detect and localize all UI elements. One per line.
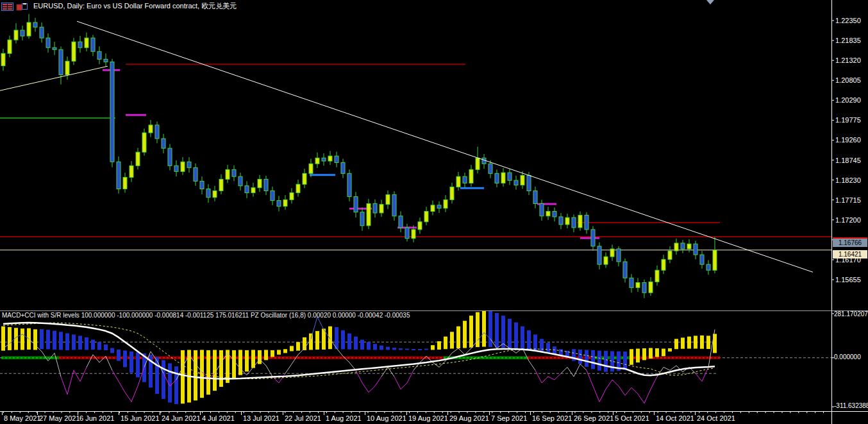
svg-text:10 Aug 2021: 10 Aug 2021 xyxy=(367,414,406,422)
svg-text:1.19775: 1.19775 xyxy=(835,116,861,124)
chart-symbol-icon[interactable] xyxy=(16,2,28,10)
svg-text:15 Jun 2021: 15 Jun 2021 xyxy=(121,414,160,422)
svg-text:1.18745: 1.18745 xyxy=(835,157,861,164)
depth-of-market-icon[interactable] xyxy=(1,2,13,10)
svg-text:6 Jun 2021: 6 Jun 2021 xyxy=(79,414,114,422)
svg-text:29 Aug 2021: 29 Aug 2021 xyxy=(449,414,489,422)
mouse-cursor-icon xyxy=(706,0,714,4)
svg-text:22 Jul 2021: 22 Jul 2021 xyxy=(285,414,321,422)
svg-text:1.20290: 1.20290 xyxy=(835,96,861,104)
price-tag-last-price: 1.16421 xyxy=(833,250,867,259)
svg-text:26 Sep 2021: 26 Sep 2021 xyxy=(574,414,613,422)
svg-text:1.18230: 1.18230 xyxy=(835,176,861,184)
indicator-axis-max: 281.170207 xyxy=(834,310,868,318)
svg-text:14 Oct 2021: 14 Oct 2021 xyxy=(656,414,694,422)
svg-text:1.17715: 1.17715 xyxy=(835,196,861,204)
chart-titlebar: EURUSD, Daily: Euro vs US Dollar Forward… xyxy=(1,1,237,11)
price-pane[interactable] xyxy=(0,14,831,298)
oscillator-pane[interactable] xyxy=(0,310,831,404)
chart-title: EURUSD, Daily: Euro vs US Dollar Forward… xyxy=(33,1,237,11)
svg-text:1.15655: 1.15655 xyxy=(835,276,861,284)
svg-text:16 Sep 2021: 16 Sep 2021 xyxy=(532,414,572,422)
svg-text:13 Jul 2021: 13 Jul 2021 xyxy=(243,414,280,422)
indicator-header: MACD+CCI with S/R levels 100.000000 -100… xyxy=(2,312,410,319)
svg-text:1 Aug 2021: 1 Aug 2021 xyxy=(326,414,362,422)
indicator-axis-min: -311.632388 xyxy=(834,402,868,409)
indicator-axis-zero: 0.000000 xyxy=(834,353,861,360)
svg-text:1.19260: 1.19260 xyxy=(835,136,861,144)
svg-text:5 Oct 2021: 5 Oct 2021 xyxy=(615,414,649,422)
svg-text:1.22350: 1.22350 xyxy=(835,17,861,24)
svg-text:19 Aug 2021: 19 Aug 2021 xyxy=(408,414,448,422)
svg-text:7 Sep 2021: 7 Sep 2021 xyxy=(491,414,527,422)
svg-text:27 May 2021: 27 May 2021 xyxy=(39,414,80,422)
svg-text:1.21320: 1.21320 xyxy=(835,56,861,64)
svg-text:24 Jun 2021: 24 Jun 2021 xyxy=(162,414,201,422)
chart-canvas[interactable]: 1.223501.218351.213201.208051.202901.197… xyxy=(0,0,868,424)
svg-text:24 Oct 2021: 24 Oct 2021 xyxy=(697,414,735,422)
svg-text:1.21835: 1.21835 xyxy=(835,37,861,44)
mt5-chart-window: 1.223501.218351.213201.208051.202901.197… xyxy=(0,0,868,424)
svg-text:8 May 2021: 8 May 2021 xyxy=(4,414,40,422)
price-tag-sr-level: 1.16766 xyxy=(833,237,867,247)
svg-text:1.17200: 1.17200 xyxy=(835,216,861,224)
svg-text:1.20805: 1.20805 xyxy=(835,76,861,84)
svg-text:4 Jul 2021: 4 Jul 2021 xyxy=(202,414,235,422)
